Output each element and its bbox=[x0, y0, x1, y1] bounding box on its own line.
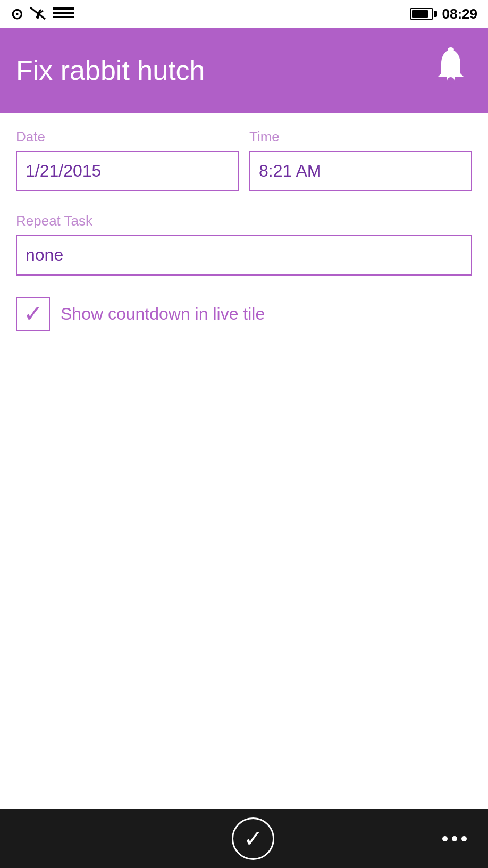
notification-bell-button[interactable] bbox=[424, 44, 477, 97]
status-time: 08:29 bbox=[442, 6, 478, 22]
svg-point-0 bbox=[36, 15, 39, 19]
svg-rect-2 bbox=[53, 7, 74, 10]
countdown-checkbox-label: Show countdown in live tile bbox=[61, 304, 265, 324]
save-button[interactable]: ✓ bbox=[232, 817, 274, 860]
status-right-icons: 08:29 bbox=[410, 6, 478, 22]
page-title: Fix rabbit hutch bbox=[16, 54, 205, 87]
svg-point-7 bbox=[447, 77, 455, 85]
repeat-task-input[interactable] bbox=[16, 235, 472, 276]
status-bar: ⊙ 08:29 bbox=[0, 0, 488, 28]
wifi-icon bbox=[28, 5, 47, 22]
dot-3 bbox=[461, 836, 467, 841]
more-options-button[interactable] bbox=[442, 836, 467, 841]
lines-icon bbox=[53, 5, 74, 22]
date-time-group: Date Time bbox=[16, 129, 472, 191]
dot-1 bbox=[442, 836, 448, 841]
time-field-wrapper: Time bbox=[249, 129, 472, 191]
svg-rect-3 bbox=[53, 12, 74, 14]
time-label: Time bbox=[249, 129, 472, 145]
repeat-task-wrapper: Repeat Task bbox=[16, 213, 472, 276]
date-field-wrapper: Date bbox=[16, 129, 239, 191]
countdown-checkbox-wrapper[interactable]: ✓ Show countdown in live tile bbox=[16, 297, 472, 331]
save-checkmark-icon: ✓ bbox=[243, 827, 263, 850]
date-input[interactable] bbox=[16, 151, 239, 191]
main-content: Date Time Repeat Task ✓ Show countdown i… bbox=[0, 113, 488, 809]
checkmark-icon: ✓ bbox=[23, 302, 43, 326]
bottom-center: ✓ bbox=[64, 817, 442, 860]
header: Fix rabbit hutch bbox=[0, 28, 488, 113]
countdown-checkbox[interactable]: ✓ bbox=[16, 297, 50, 331]
svg-rect-4 bbox=[53, 16, 74, 18]
battery-icon bbox=[410, 8, 437, 20]
dot-2 bbox=[452, 836, 457, 841]
time-input[interactable] bbox=[249, 151, 472, 191]
repeat-task-label: Repeat Task bbox=[16, 213, 472, 229]
bell-icon bbox=[430, 45, 472, 96]
date-label: Date bbox=[16, 129, 239, 145]
bottom-bar: ✓ bbox=[0, 809, 488, 868]
svg-rect-6 bbox=[448, 47, 454, 52]
app-icon: ⊙ bbox=[11, 5, 23, 23]
status-left-icons: ⊙ bbox=[11, 5, 74, 23]
